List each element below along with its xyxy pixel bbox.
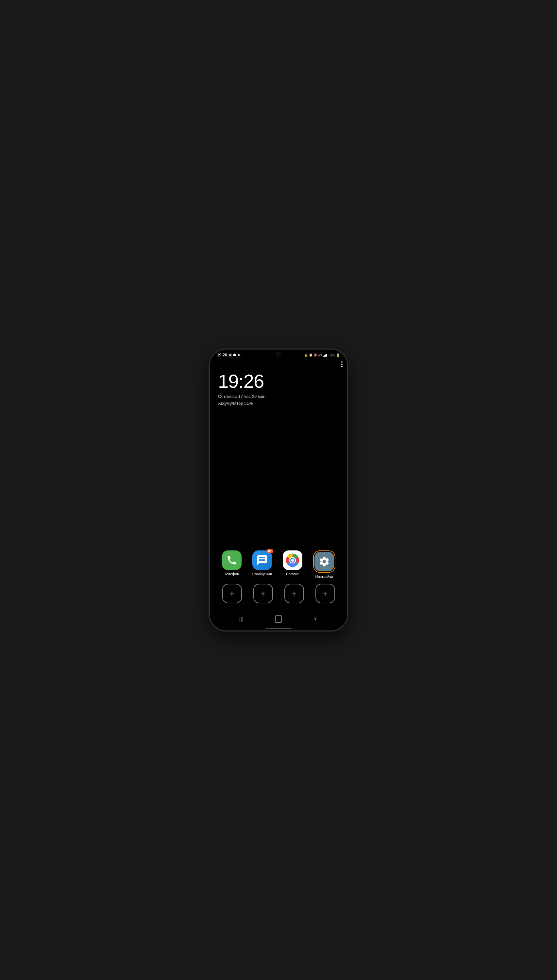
nav-recent-button[interactable]: ||| xyxy=(235,615,248,624)
network-icon: 4G xyxy=(318,354,322,357)
signal-strength xyxy=(323,354,327,357)
camera-notch xyxy=(276,352,281,357)
phone-screen: 19:26 🖼 💬 ↻ • 🔒 ⏰ 🔕 4G 51% 🔋 xyxy=(210,349,347,631)
status-left: 19:26 🖼 💬 ↻ • xyxy=(217,353,243,357)
messages-icon-svg xyxy=(256,554,268,566)
messages-app-label: Сообщения xyxy=(252,572,272,576)
status-image-icon: 🖼 xyxy=(228,354,231,357)
status-time: 19:26 xyxy=(217,353,227,357)
battery-info: Осталось 17 час 39 мин. Аккумулятор 51% xyxy=(218,393,340,407)
app-dock: Телефон 83 Сообщения xyxy=(217,550,340,608)
app-item-phone[interactable]: Телефон xyxy=(222,550,241,576)
clock-time: 19:26 xyxy=(218,372,340,391)
status-msg-icon: 💬 xyxy=(233,354,236,357)
app-row: Телефон 83 Сообщения xyxy=(217,550,340,579)
chrome-icon-svg xyxy=(286,553,300,567)
battery-icon: 🔋 xyxy=(336,354,340,357)
app-item-messages[interactable]: 83 Сообщения xyxy=(252,550,272,576)
settings-app-icon xyxy=(314,552,334,571)
chrome-app-icon xyxy=(283,550,302,570)
messages-app-icon: 83 xyxy=(252,550,272,570)
status-bar: 19:26 🖼 💬 ↻ • 🔒 ⏰ 🔕 4G 51% 🔋 xyxy=(210,349,347,359)
settings-gear-icon xyxy=(318,556,330,568)
settings-highlight-border xyxy=(313,550,336,573)
navigation-bar: ||| < xyxy=(210,612,347,628)
nav-indicator-line xyxy=(265,628,292,629)
status-sync-icon: ↻ xyxy=(238,354,240,357)
svg-point-3 xyxy=(291,559,293,561)
app-item-chrome[interactable]: Chrome xyxy=(283,550,302,576)
recent-apps-icon: ||| xyxy=(239,617,244,621)
battery-time-remaining: Осталось 17 час 39 мин. xyxy=(218,393,340,400)
home-icon xyxy=(275,615,282,623)
messages-badge: 83 xyxy=(266,549,273,553)
home-menu-button[interactable] xyxy=(341,361,342,367)
battery-percent: 51% xyxy=(329,354,335,357)
phone-app-label: Телефон xyxy=(224,572,239,576)
add-widget-3[interactable]: + xyxy=(284,584,304,604)
phone-app-icon xyxy=(222,550,241,570)
add-widget-1[interactable]: + xyxy=(222,584,242,604)
phone-device: 19:26 🖼 💬 ↻ • 🔒 ⏰ 🔕 4G 51% 🔋 xyxy=(210,349,347,631)
nav-back-button[interactable]: < xyxy=(309,615,322,624)
phone-icon-svg xyxy=(226,555,237,566)
clock-widget: 19:26 Осталось 17 час 39 мин. Аккумулято… xyxy=(218,372,340,407)
battery-level-text: Аккумулятор 51% xyxy=(218,400,340,407)
add-widget-4[interactable]: + xyxy=(316,584,335,604)
app-item-settings[interactable]: Настройки xyxy=(313,550,336,579)
add-widget-2[interactable]: + xyxy=(253,584,273,604)
plus-buttons-row: + + + + xyxy=(217,584,340,604)
alarm-icon: ⏰ xyxy=(309,354,313,357)
status-dot: • xyxy=(241,354,243,357)
home-screen: 19:26 Осталось 17 час 39 мин. Аккумулято… xyxy=(210,359,347,612)
nav-home-button[interactable] xyxy=(272,615,285,624)
chrome-app-label: Chrome xyxy=(286,572,299,576)
status-right: 🔒 ⏰ 🔕 4G 51% 🔋 xyxy=(305,354,340,357)
settings-app-label: Настройки xyxy=(316,574,333,579)
mute-icon: 🔕 xyxy=(313,354,317,357)
back-icon: < xyxy=(314,616,317,622)
lock-icon: 🔒 xyxy=(305,354,308,357)
